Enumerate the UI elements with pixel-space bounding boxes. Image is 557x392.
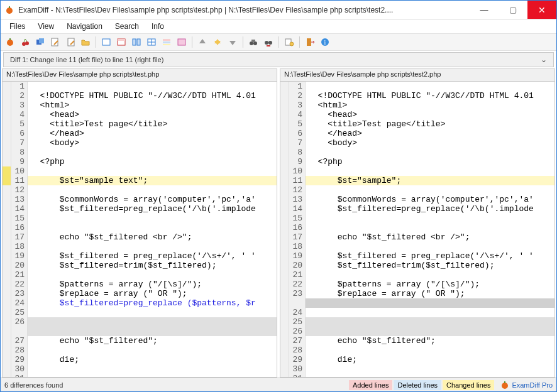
code-line[interactable]: 20 $st_filtered=trim($st_filtered);	[280, 261, 554, 270]
code-line[interactable]: 22 $patterns = array ("/[\s]/");	[280, 280, 554, 289]
arrow-down-button[interactable]	[226, 35, 240, 49]
code-line[interactable]: 16	[3, 223, 277, 232]
menu-files[interactable]: Files	[3, 21, 31, 32]
code-line[interactable]: 8	[3, 148, 277, 157]
code-line[interactable]: 24 $st_filtered=preg_replace ($patterns,…	[3, 298, 277, 308]
code-line[interactable]: 2 <!DOCTYPE HTML PUBLIC "-//W3C//DTD HTM…	[280, 91, 554, 101]
code-line[interactable]: 18	[280, 242, 554, 251]
code-line[interactable]: 2 <!DOCTYPE HTML PUBLIC "-//W3C//DTD HTM…	[3, 91, 277, 101]
pencil-left-button[interactable]	[48, 35, 62, 49]
code-line[interactable]: 6 </head>	[3, 129, 277, 138]
code-line[interactable]: 15	[280, 214, 554, 223]
code-line[interactable]: 31	[3, 374, 277, 377]
cherry-button[interactable]	[18, 35, 32, 49]
pane-pink-button[interactable]	[175, 35, 189, 49]
diff-marker	[3, 232, 11, 242]
code-line[interactable]: 13 $commonWords = array('computer','pc',…	[3, 195, 277, 204]
code-line[interactable]	[280, 298, 554, 308]
arrow-up-button[interactable]	[196, 35, 209, 49]
code-line[interactable]: 28	[3, 346, 277, 355]
line-text	[28, 317, 277, 327]
menu-info[interactable]: Info	[145, 21, 170, 32]
code-line[interactable]: 9 <?php	[3, 157, 277, 166]
code-line[interactable]: 30	[280, 364, 554, 374]
code-line[interactable]: 17 echo "$st_filtered <br />";	[3, 232, 277, 242]
pane-stripe-button[interactable]	[114, 35, 128, 49]
code-line[interactable]: 16	[280, 223, 554, 232]
promo-link[interactable]: ExamDiff Pro	[497, 381, 556, 389]
code-line[interactable]: 17 echo "$st_filtered <br />";	[280, 232, 554, 242]
maximize-button[interactable]: ▢	[499, 1, 527, 19]
code-line[interactable]: 27 echo "$st_filtered";	[3, 336, 277, 346]
code-line[interactable]: 7 <body>	[3, 138, 277, 148]
code-line[interactable]: 19 $st_filtered = preg_replace('/\s+/', …	[3, 251, 277, 261]
pane-split-button[interactable]	[130, 35, 143, 49]
code-line[interactable]: 24	[280, 308, 554, 317]
code-line[interactable]: 21	[3, 270, 277, 280]
close-button[interactable]: ✕	[527, 1, 556, 19]
code-line[interactable]: 11 $st="sample text";	[3, 176, 277, 185]
diff-selector[interactable]: Diff 1: Change line 11 (left file) to li…	[3, 52, 554, 67]
code-line[interactable]: 20 $st_filtered=trim($st_filtered);	[3, 261, 277, 270]
code-line[interactable]: 11 $st="sample";	[280, 176, 554, 185]
folder-button[interactable]	[79, 35, 92, 49]
code-line[interactable]: 10	[3, 166, 277, 176]
code-line[interactable]: 1	[280, 82, 554, 91]
pane-grid-button[interactable]	[145, 35, 158, 49]
gear-panel-button[interactable]	[282, 35, 296, 49]
binoculars-next-button[interactable]	[262, 35, 275, 49]
menu-navigation[interactable]: Navigation	[60, 21, 109, 32]
code-line[interactable]: 29 die;	[3, 355, 277, 364]
code-line[interactable]: 12	[280, 185, 554, 195]
pencil-right-button[interactable]	[63, 35, 77, 49]
code-line[interactable]: 4 <head>	[280, 110, 554, 119]
code-line[interactable]: 27 echo "$st_filtered";	[280, 336, 554, 346]
pane-colors-button[interactable]	[160, 35, 174, 49]
minimize-button[interactable]: —	[470, 1, 499, 19]
code-line[interactable]: 31	[280, 374, 554, 377]
code-line[interactable]: 14 $st_filtered=preg_replace('/\b('.impl…	[3, 204, 277, 214]
code-line[interactable]	[3, 327, 277, 336]
code-line[interactable]: 14 $st_filtered=preg_replace('/\b('.impl…	[280, 204, 554, 214]
code-line[interactable]: 8	[280, 148, 554, 157]
pane-single-button[interactable]	[99, 35, 113, 49]
code-line[interactable]: 18	[3, 242, 277, 251]
floppy-pair-button[interactable]	[33, 35, 47, 49]
code-line[interactable]: 5 <title>Test page</title>	[3, 119, 277, 129]
code-line[interactable]: 19 $st_filtered = preg_replace('/\s+/', …	[280, 251, 554, 261]
door-exit-button[interactable]	[303, 35, 317, 49]
code-line[interactable]: 9 <?php	[280, 157, 554, 166]
binoculars-button[interactable]	[246, 35, 260, 49]
code-line[interactable]: 30	[3, 364, 277, 374]
info-blue-button[interactable]: i	[318, 35, 332, 49]
code-line[interactable]: 23 $replace = array (" OR ");	[3, 289, 277, 298]
code-line[interactable]: 5 <title>Test page</title>	[280, 119, 554, 129]
code-line[interactable]: 25	[3, 308, 277, 317]
menu-search[interactable]: Search	[109, 21, 145, 32]
code-line[interactable]: 4 <head>	[3, 110, 277, 119]
code-line[interactable]: 13 $commonWords = array('computer','pc',…	[280, 195, 554, 204]
code-line[interactable]: 7 <body>	[280, 138, 554, 148]
code-line[interactable]: 3 <html>	[3, 101, 277, 110]
diff-selector-dropdown-icon[interactable]: ⌄	[538, 55, 549, 64]
code-line[interactable]: 26	[280, 327, 554, 336]
code-line[interactable]: 28	[280, 346, 554, 355]
left-code[interactable]: 12 <!DOCTYPE HTML PUBLIC "-//W3C//DTD HT…	[3, 82, 277, 377]
code-line[interactable]: 21	[280, 270, 554, 280]
code-line[interactable]: 23 $replace = array (" OR ");	[280, 289, 554, 298]
code-line[interactable]: 6 </head>	[280, 129, 554, 138]
code-line[interactable]: 1	[3, 82, 277, 91]
pin-yellow-button[interactable]	[211, 35, 224, 49]
code-line[interactable]: 22 $patterns = array ("/[\s]/");	[3, 280, 277, 289]
code-line[interactable]: 29 die;	[280, 355, 554, 364]
code-line[interactable]: 12	[3, 185, 277, 195]
code-line[interactable]: 10	[280, 166, 554, 176]
apple-button[interactable]	[3, 35, 17, 49]
right-code[interactable]: 12 <!DOCTYPE HTML PUBLIC "-//W3C//DTD HT…	[280, 82, 554, 377]
code-line[interactable]: 15	[3, 214, 277, 223]
code-line[interactable]: 26	[3, 317, 277, 327]
code-line[interactable]: 3 <html>	[280, 101, 554, 110]
code-line[interactable]: 25	[280, 317, 554, 327]
menu-view[interactable]: View	[31, 21, 60, 32]
line-number: 6	[289, 129, 306, 138]
